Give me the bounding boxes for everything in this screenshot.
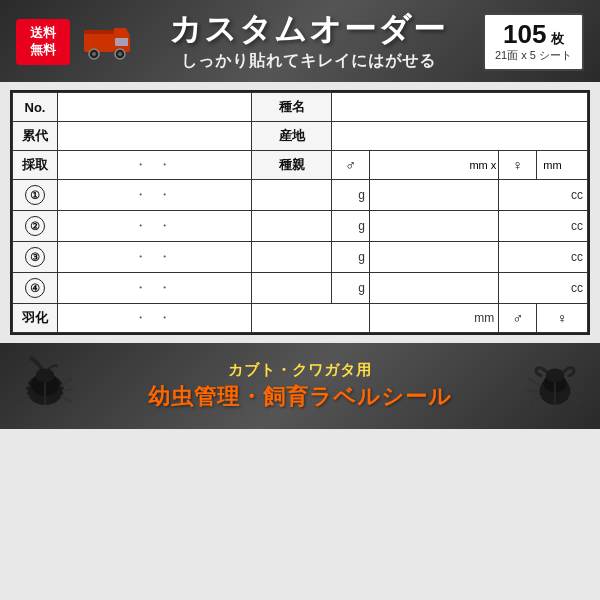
svg-line-21 <box>529 379 541 387</box>
svg-line-23 <box>530 396 541 404</box>
species-value <box>332 93 588 122</box>
svg-point-28 <box>546 369 565 383</box>
no-label: No. <box>13 93 58 122</box>
species-label: 種名 <box>252 93 332 122</box>
row4-g: g <box>332 273 370 304</box>
row3-g: g <box>332 242 370 273</box>
svg-point-5 <box>92 52 96 56</box>
collect-label: 採取 <box>13 151 58 180</box>
collect-dots: ・ ・ <box>58 151 252 180</box>
row3-dots: ・ ・ <box>58 242 252 273</box>
row4-dots: ・ ・ <box>58 273 252 304</box>
count-block: 105 枚 21面 x 5 シート <box>483 13 584 71</box>
title-block: カスタムオーダー しっかり貼れてキレイにはがせる <box>146 12 471 72</box>
sub-title: しっかり貼れてキレイにはがせる <box>146 51 471 72</box>
origin-value <box>332 122 588 151</box>
svg-line-24 <box>569 379 581 387</box>
table-row-emergence: 羽化 ・ ・ mm ♂ ♀ <box>13 304 588 333</box>
row1-num: ① <box>13 180 58 211</box>
generation-label: 累代 <box>13 122 58 151</box>
no-value <box>58 93 252 122</box>
svg-line-14 <box>61 379 72 387</box>
footer-main: 幼虫管理・飼育ラベルシール <box>86 382 514 412</box>
shipping-line1: 送料 <box>30 25 56 40</box>
row3-blank <box>252 242 332 273</box>
row2-cc: cc <box>499 211 588 242</box>
row1-g: g <box>332 180 370 211</box>
svg-point-7 <box>118 52 122 56</box>
row2-num: ② <box>13 211 58 242</box>
footer-subtitle: カブト・クワガタ用 <box>86 361 514 380</box>
row4-cc: cc <box>499 273 588 304</box>
parent-male: ♂ <box>332 151 370 180</box>
row3-cc: cc <box>499 242 588 273</box>
table-row-4: ④ ・ ・ g cc <box>13 273 588 304</box>
svg-line-15 <box>62 390 73 392</box>
parent-label: 種親 <box>252 151 332 180</box>
footer-text-block: カブト・クワガタ用 幼虫管理・飼育ラベルシール <box>86 361 514 412</box>
row3-num: ③ <box>13 242 58 273</box>
row2-g: g <box>332 211 370 242</box>
origin-label: 産地 <box>252 122 332 151</box>
row2-blank <box>252 211 332 242</box>
table-row-no: No. 種名 <box>13 93 588 122</box>
label-table: No. 種名 累代 産地 採取 ・ ・ 種親 ♂ mm <box>12 92 588 333</box>
svg-rect-3 <box>84 30 114 34</box>
svg-marker-2 <box>114 28 130 36</box>
svg-rect-8 <box>115 38 128 46</box>
row4-blank <box>252 273 332 304</box>
table-row-collect: 採取 ・ ・ 種親 ♂ mm x ♀ mm <box>13 151 588 180</box>
label-table-section: No. 種名 累代 産地 採取 ・ ・ 種親 ♂ mm <box>10 90 590 335</box>
header-section: 送料 無料 カスタムオーダー しっかり貼れてキレイにはがせる 105 枚 21面… <box>0 0 600 82</box>
emergence-dots: ・ ・ <box>58 304 252 333</box>
svg-point-18 <box>36 369 55 383</box>
beetle-left-icon <box>14 353 76 419</box>
shipping-badge: 送料 無料 <box>16 19 70 65</box>
emergence-mm: mm <box>369 304 498 333</box>
generation-value <box>58 122 252 151</box>
parent-mm1-cell: mm x <box>369 151 498 180</box>
row1-dots: ・ ・ <box>58 180 252 211</box>
row2-dots: ・ ・ <box>58 211 252 242</box>
svg-line-26 <box>569 396 580 404</box>
row1-blank <box>252 180 332 211</box>
main-title: カスタムオーダー <box>146 12 471 47</box>
row4-num: ④ <box>13 273 58 304</box>
count-detail: 21面 x 5 シート <box>495 48 572 63</box>
table-row-generation: 累代 産地 <box>13 122 588 151</box>
svg-line-13 <box>19 396 30 402</box>
emergence-blank <box>252 304 370 333</box>
emergence-label: 羽化 <box>13 304 58 333</box>
table-row-1: ① ・ ・ g cc <box>13 180 588 211</box>
beetle-right-icon <box>524 353 586 419</box>
count-unit: 枚 <box>551 31 564 46</box>
emergence-male: ♂ <box>499 304 537 333</box>
row4-blank2 <box>369 273 498 304</box>
table-row-3: ③ ・ ・ g cc <box>13 242 588 273</box>
row1-blank2 <box>369 180 498 211</box>
count-number: 105 <box>503 19 546 49</box>
svg-line-11 <box>19 379 30 387</box>
table-row-2: ② ・ ・ g cc <box>13 211 588 242</box>
svg-line-12 <box>17 390 28 392</box>
parent-mm2-cell: mm <box>537 151 588 180</box>
row3-blank2 <box>369 242 498 273</box>
parent-female: ♀ <box>499 151 537 180</box>
truck-icon <box>82 20 134 64</box>
row1-cc: cc <box>499 180 588 211</box>
shipping-line2: 無料 <box>30 42 56 57</box>
footer-section: カブト・クワガタ用 幼虫管理・飼育ラベルシール <box>0 343 600 429</box>
row2-blank2 <box>369 211 498 242</box>
svg-line-16 <box>61 396 72 402</box>
emergence-female: ♀ <box>537 304 588 333</box>
